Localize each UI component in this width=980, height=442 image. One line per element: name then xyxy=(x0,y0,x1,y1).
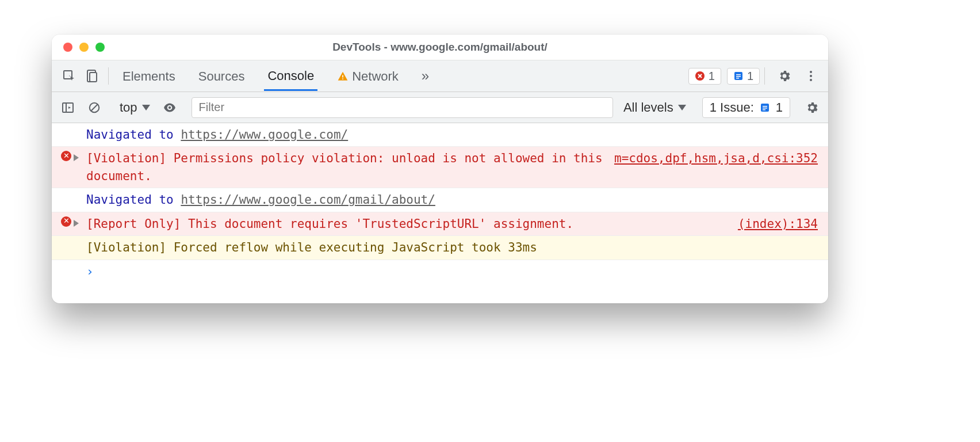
more-tabs-icon[interactable]: » xyxy=(418,68,432,84)
issue-icon xyxy=(760,102,770,113)
levels-label: All levels xyxy=(623,100,673,115)
svg-rect-9 xyxy=(736,78,739,79)
warning-icon xyxy=(337,71,349,82)
svg-point-12 xyxy=(810,79,812,81)
console-prompt[interactable]: › xyxy=(52,260,828,303)
console-row-navigation: Navigated to https://www.google.com/ xyxy=(52,123,828,147)
inspect-element-icon[interactable] xyxy=(58,64,81,87)
status-badges: 1 1 xyxy=(688,68,760,85)
tab-elements[interactable]: Elements xyxy=(119,62,179,90)
console-row-error[interactable]: ✕ [Report Only] This document requires '… xyxy=(52,212,828,236)
nav-url[interactable]: https://www.google.com/gmail/about/ xyxy=(181,193,435,207)
tab-sources[interactable]: Sources xyxy=(195,62,248,90)
svg-rect-2 xyxy=(90,73,97,82)
prompt-caret: › xyxy=(86,263,818,280)
issues-button[interactable]: 1 Issue: 1 xyxy=(702,97,790,118)
devtools-window: DevTools - www.google.com/gmail/about/ E… xyxy=(52,35,828,303)
console-filter-bar: top All levels 1 Issue: 1 xyxy=(52,92,828,123)
tab-network[interactable]: Network xyxy=(334,62,402,90)
issue-icon xyxy=(733,71,744,81)
context-label: top xyxy=(120,100,137,115)
chevron-down-icon xyxy=(142,105,150,110)
kebab-menu-icon[interactable] xyxy=(799,64,822,87)
console-output: Navigated to https://www.google.com/ ✕ [… xyxy=(52,123,828,303)
context-selector[interactable]: top xyxy=(116,100,154,115)
svg-point-15 xyxy=(168,106,170,108)
clear-console-icon[interactable] xyxy=(84,97,105,118)
console-row-navigation: Navigated to https://www.google.com/gmai… xyxy=(52,188,828,212)
svg-point-10 xyxy=(810,71,812,73)
source-link[interactable]: m=cdos,dpf,hsm,jsa,d,csi:352 xyxy=(603,150,818,167)
issues-badge[interactable]: 1 xyxy=(727,68,760,85)
expand-icon[interactable] xyxy=(74,220,79,227)
errors-count: 1 xyxy=(709,70,715,83)
toolbar-divider xyxy=(764,67,765,85)
log-levels-selector[interactable]: All levels xyxy=(619,100,691,115)
issues-label: 1 Issue: xyxy=(710,100,754,115)
window-title: DevTools - www.google.com/gmail/about/ xyxy=(52,41,828,54)
issues-count: 1 xyxy=(747,70,753,83)
filter-input[interactable] xyxy=(192,97,613,118)
warning-message: [Violation] Forced reflow while executin… xyxy=(86,239,818,256)
console-row-warning[interactable]: [Violation] Forced reflow while executin… xyxy=(52,236,828,260)
error-icon: ✕ xyxy=(61,151,71,161)
panel-tabs: Elements Sources Console Network » xyxy=(113,62,432,91)
window-titlebar: DevTools - www.google.com/gmail/about/ xyxy=(52,35,828,60)
svg-point-11 xyxy=(810,75,812,77)
minimize-button[interactable] xyxy=(79,43,89,52)
chevron-down-icon xyxy=(678,105,686,110)
svg-rect-7 xyxy=(736,74,741,75)
svg-rect-4 xyxy=(342,78,343,79)
toolbar-divider xyxy=(108,67,109,85)
maximize-button[interactable] xyxy=(95,43,105,52)
device-toolbar-icon[interactable] xyxy=(81,64,104,87)
svg-rect-13 xyxy=(63,103,73,112)
tab-network-label: Network xyxy=(352,69,399,84)
console-row-error[interactable]: ✕ [Violation] Permissions policy violati… xyxy=(52,147,828,188)
issues-count: 1 xyxy=(776,100,783,115)
error-icon: ✕ xyxy=(61,216,71,227)
live-expression-icon[interactable] xyxy=(159,97,180,118)
nav-prefix: Navigated to xyxy=(86,193,181,207)
toggle-sidebar-icon[interactable] xyxy=(58,97,78,118)
error-icon xyxy=(695,71,705,81)
errors-badge[interactable]: 1 xyxy=(688,68,721,85)
svg-rect-8 xyxy=(736,76,741,77)
close-button[interactable] xyxy=(63,43,72,52)
window-controls xyxy=(52,43,105,52)
console-settings-icon[interactable] xyxy=(802,97,822,118)
svg-rect-3 xyxy=(342,75,343,78)
nav-url[interactable]: https://www.google.com/ xyxy=(181,128,348,142)
svg-rect-17 xyxy=(763,106,767,107)
svg-rect-19 xyxy=(763,109,765,110)
nav-prefix: Navigated to xyxy=(86,128,181,142)
svg-rect-18 xyxy=(763,108,767,109)
settings-icon[interactable] xyxy=(773,64,796,87)
error-message: [Report Only] This document requires 'Tr… xyxy=(86,215,726,233)
main-toolbar: Elements Sources Console Network » 1 1 xyxy=(52,60,828,92)
error-message: [Violation] Permissions policy violation… xyxy=(86,150,603,185)
tab-console[interactable]: Console xyxy=(264,62,317,91)
expand-icon[interactable] xyxy=(74,154,79,161)
source-link[interactable]: (index):134 xyxy=(726,215,818,233)
